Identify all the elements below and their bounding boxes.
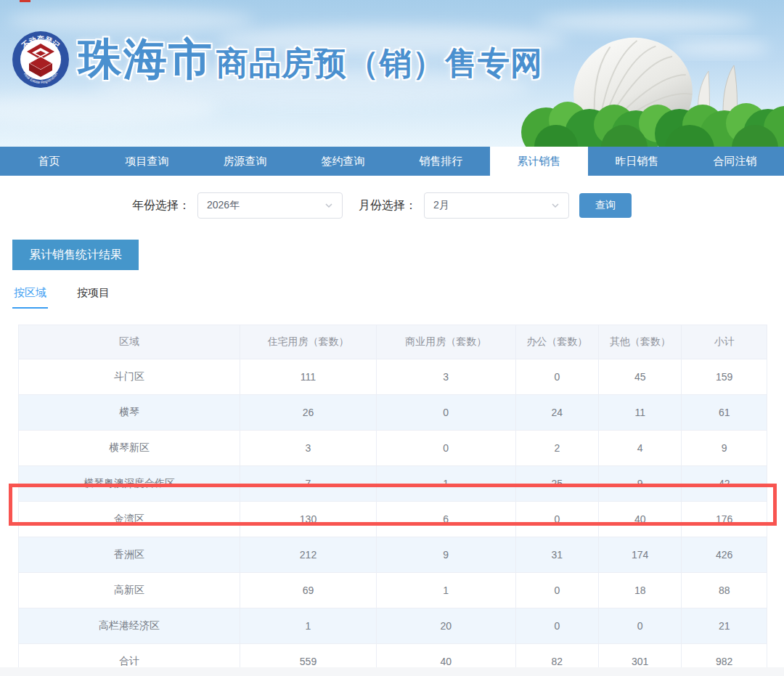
- site-title-city: 珠海市: [78, 38, 213, 81]
- cell-value: 0: [515, 608, 598, 644]
- cell-value: 9: [682, 431, 767, 466]
- top-edge-mark: [20, 0, 30, 2]
- cell-value: 11: [599, 395, 682, 431]
- cell-value: 0: [599, 608, 682, 644]
- cell-value: 0: [515, 573, 598, 608]
- month-select-value: 2月: [433, 199, 449, 212]
- col-residential: 住宅用房（套数）: [240, 325, 377, 359]
- cell-value: 69: [240, 573, 377, 608]
- section-banner: 累计销售统计结果: [12, 240, 139, 270]
- cell-value: 0: [376, 395, 515, 431]
- cell-region: 高新区: [19, 573, 240, 608]
- filter-bar: 年份选择： 2026年 月份选择： 2月 查询: [0, 176, 784, 219]
- site-title-sub: 商品房预（销）售专网: [216, 47, 543, 79]
- query-button[interactable]: 查询: [579, 193, 632, 218]
- cell-value: 159: [682, 359, 767, 395]
- cell-value: 0: [376, 431, 515, 466]
- tab-by-project[interactable]: 按项目: [75, 282, 111, 309]
- site-title: 珠海市 商品房预（销）售专网: [78, 38, 543, 81]
- cell-value: 40: [599, 502, 682, 537]
- col-office: 办公（套数）: [515, 325, 598, 359]
- table-row: 香洲区 212 9 31 174 426: [19, 537, 767, 573]
- cell-value: 174: [599, 537, 682, 573]
- month-select-label: 月份选择：: [359, 198, 417, 213]
- nav-tab-yesterday-sales[interactable]: 昨日销售: [588, 147, 686, 176]
- cell-value: 426: [682, 537, 767, 573]
- cell-value: 176: [682, 502, 767, 537]
- cell-region: 横琴: [19, 395, 240, 431]
- cell-value: 7: [240, 466, 377, 502]
- nav-tab-home[interactable]: 首页: [0, 147, 98, 176]
- cell-value: 25: [515, 466, 598, 502]
- cell-value: 3: [240, 431, 377, 466]
- trees: [521, 102, 784, 147]
- col-subtotal: 小计: [682, 325, 767, 359]
- nav-tab-sales-ranking[interactable]: 销售排行: [392, 147, 490, 176]
- brand: 不动产登记 Real Estate Registration 珠海市 商品房预（…: [12, 30, 543, 89]
- chevron-down-icon: [551, 201, 560, 210]
- site-logo-icon: 不动产登记 Real Estate Registration: [12, 30, 70, 89]
- result-tabs: 按区域 按项目: [12, 282, 784, 309]
- table-row: 横琴新区 3 0 2 4 9: [19, 431, 767, 466]
- table-row: 高栏港经济区 1 20 0 0 21: [19, 608, 767, 644]
- cell-region: 高栏港经济区: [19, 608, 240, 644]
- col-commercial: 商业用房（套数）: [376, 325, 515, 359]
- nav-tab-project-query[interactable]: 项目查询: [98, 147, 196, 176]
- cell-value: 111: [240, 359, 377, 395]
- table-row: 高新区 69 1 0 18 88: [19, 573, 767, 608]
- table-row-highlighted: 金湾区 130 6 0 40 176: [19, 502, 767, 537]
- cell-value: 31: [515, 537, 598, 573]
- cell-value: 18: [599, 573, 682, 608]
- footer-strip: [0, 667, 784, 676]
- nav-tab-listing-query[interactable]: 房源查询: [196, 147, 294, 176]
- cell-value: 21: [682, 608, 767, 644]
- cell-value: 1: [376, 466, 515, 502]
- cell-value: 9: [599, 466, 682, 502]
- site-header: 不动产登记 Real Estate Registration 珠海市 商品房预（…: [0, 0, 784, 147]
- month-select[interactable]: 2月: [424, 192, 569, 219]
- main-nav: 首页 项目查询 房源查询 签约查询 销售排行 累计销售 昨日销售 合同注销: [0, 147, 784, 176]
- table-header-row: 区域 住宅用房（套数） 商业用房（套数） 办公（套数） 其他（套数） 小计: [19, 325, 767, 359]
- cell-value: 20: [376, 608, 515, 644]
- cell-region: 金湾区: [19, 502, 240, 537]
- results-table: 区域 住宅用房（套数） 商业用房（套数） 办公（套数） 其他（套数） 小计 斗门…: [18, 325, 767, 676]
- year-select[interactable]: 2026年: [197, 192, 343, 219]
- cell-value: 9: [376, 537, 515, 573]
- cell-value: 4: [599, 431, 682, 466]
- nav-tab-contract-cancel[interactable]: 合同注销: [686, 147, 784, 176]
- year-select-value: 2026年: [207, 199, 240, 212]
- cell-region: 香洲区: [19, 537, 240, 573]
- cell-value: 212: [240, 537, 377, 573]
- cell-value: 61: [682, 395, 767, 431]
- cell-value: 26: [240, 395, 377, 431]
- table-row: 横琴 26 0 24 11 61: [19, 395, 767, 431]
- cell-region: 横琴粤澳深度合作区: [19, 466, 240, 502]
- table-row: 斗门区 111 3 0 45 159: [19, 359, 767, 395]
- cell-value: 88: [682, 573, 767, 608]
- cell-value: 2: [515, 431, 598, 466]
- cell-value: 130: [240, 502, 377, 537]
- page: 不动产登记 Real Estate Registration 珠海市 商品房预（…: [0, 0, 784, 676]
- cell-value: 1: [240, 608, 377, 644]
- cell-value: 24: [515, 395, 598, 431]
- cell-region: 斗门区: [19, 359, 240, 395]
- tab-by-region[interactable]: 按区域: [12, 282, 48, 309]
- chevron-down-icon: [324, 201, 333, 210]
- cell-value: 0: [515, 502, 598, 537]
- cell-value: 3: [376, 359, 515, 395]
- nav-tab-cumulative-sales[interactable]: 累计销售: [490, 147, 588, 176]
- year-select-label: 年份选择：: [132, 198, 190, 213]
- cell-region: 横琴新区: [19, 431, 240, 466]
- nav-tab-contract-query[interactable]: 签约查询: [294, 147, 392, 176]
- cell-value: 1: [376, 573, 515, 608]
- cell-value: 6: [376, 502, 515, 537]
- results-table-wrap: 区域 住宅用房（套数） 商业用房（套数） 办公（套数） 其他（套数） 小计 斗门…: [18, 325, 767, 676]
- cell-value: 42: [682, 466, 767, 502]
- cell-value: 45: [599, 359, 682, 395]
- table-row: 横琴粤澳深度合作区 7 1 25 9 42: [19, 466, 767, 502]
- col-region: 区域: [19, 325, 240, 359]
- cell-value: 0: [515, 359, 598, 395]
- col-other: 其他（套数）: [599, 325, 682, 359]
